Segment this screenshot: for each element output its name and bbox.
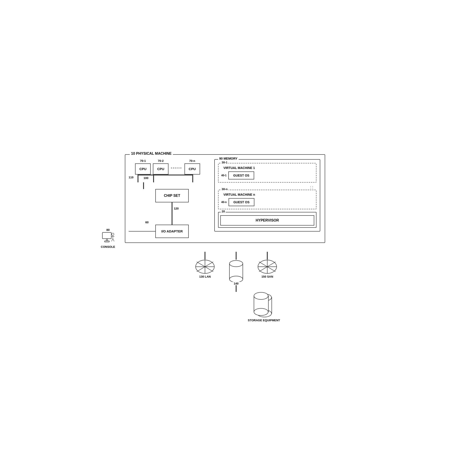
cylinder-140-icon	[228, 260, 244, 282]
io-adapter-text: I/O ADAPTER	[161, 229, 183, 233]
san-label: 150 SAN	[261, 275, 273, 278]
lan-disc-area	[195, 260, 215, 274]
guestosn-ref: 40-n	[221, 201, 227, 204]
guestos1-box: GUEST OS	[228, 172, 254, 179]
console-area: 80 CONSOLE	[101, 228, 115, 249]
cpu2-box: CPU	[153, 163, 168, 175]
cpu1-box: CPU	[135, 163, 151, 175]
guestos1-text: GUEST OS	[233, 174, 249, 177]
svg-point-26	[254, 308, 268, 315]
cpu1-text: CPU	[139, 167, 146, 171]
memory-container: 90 MEMORY 30-1 VIRTUAL MACHINE 1 40-1 GU…	[214, 159, 320, 232]
lan-item: 130 LAN	[195, 252, 215, 278]
hypervisor-ref: 20	[221, 210, 226, 213]
physical-machine-label: 10 PHYSICAL MACHINE	[130, 152, 173, 156]
ref-110-label: 110	[129, 176, 134, 179]
ref-120-label: 120	[174, 207, 179, 210]
cpu2-item: 70-2 CPU	[153, 159, 168, 175]
cpun-label: 70-n	[189, 159, 195, 162]
bus-area: 110 100	[130, 175, 205, 182]
svg-line-7	[113, 239, 114, 241]
svg-point-25	[254, 292, 268, 299]
svg-rect-2	[105, 241, 109, 242]
san-disc-area	[257, 260, 277, 274]
hypervisor-text: HYPERVISOR	[256, 218, 279, 222]
vm-dots: : :	[221, 185, 313, 189]
storage-equipment-label: STORAGE EQUIPMENT	[248, 319, 280, 322]
lan-top-connector	[205, 252, 205, 260]
memory-label: 90 MEMORY	[218, 157, 239, 160]
lan-disc-icon	[195, 260, 215, 274]
right-section: 90 MEMORY 30-1 VIRTUAL MACHINE 1 40-1 GU…	[214, 159, 320, 232]
cpu2-text: CPU	[157, 167, 164, 171]
console-label: CONSOLE	[101, 245, 115, 249]
guestosn-box: GUEST OS	[229, 198, 254, 206]
cpun-text: CPU	[189, 167, 196, 171]
vmn-title: VIRTUAL MACHINE n	[221, 193, 313, 196]
cpu2-label: 70-2	[158, 159, 164, 162]
console-connector	[129, 231, 155, 232]
san-disc-icon	[257, 260, 277, 274]
storage140-top-connector	[236, 252, 237, 260]
vm1-box: 30-1 VIRTUAL MACHINE 1 40-1 GUEST OS	[218, 163, 316, 183]
bottom-section: 130 LAN 140	[125, 252, 325, 292]
guestos1-ref: 40-1	[221, 174, 226, 177]
cpu2-connector	[153, 175, 154, 182]
guestos1-row: 40-1 GUEST OS	[221, 172, 313, 179]
bus-line	[137, 175, 193, 175]
svg-line-6	[112, 239, 113, 241]
io-connector	[172, 202, 172, 225]
chipset-text: CHIP SET	[164, 194, 180, 198]
san-item: 150 SAN	[257, 252, 277, 278]
svg-point-3	[112, 233, 114, 235]
cpu-ellipsis: ......	[171, 164, 182, 171]
physical-machine-box: 10 PHYSICAL MACHINE 70-1 CPU 70-2	[125, 154, 325, 243]
vm1-title: VIRTUAL MACHINE 1	[221, 166, 313, 170]
svg-point-14	[230, 261, 243, 267]
io-adapter-box: I/O ADAPTER	[155, 225, 189, 238]
cpun-box: CPU	[184, 163, 200, 175]
cpu-row: 70-1 CPU 70-2 CPU ...... 70-n	[135, 159, 200, 175]
guestosn-text: GUEST OS	[233, 200, 249, 204]
storage-equipment-icon	[252, 292, 276, 319]
svg-rect-0	[102, 232, 111, 239]
chipset-box: CHIP SET	[155, 189, 189, 202]
storage-140-item: 140	[228, 252, 244, 292]
ref-100-label: 100	[143, 176, 148, 180]
cpu1-label: 70-1	[140, 159, 146, 162]
lan-label: 130 LAN	[199, 275, 211, 278]
guestosn-row: 40-n GUEST OS	[221, 198, 313, 206]
svg-rect-1	[106, 239, 107, 241]
cpun-item: 70-n CPU	[184, 159, 200, 175]
vm1-label: 30-1	[221, 161, 228, 164]
vmn-box: 30-n VIRTUAL MACHINE n 40-n GUEST OS	[218, 190, 316, 209]
hypervisor-container: 20 HYPERVISOR	[218, 212, 316, 228]
io-ref-label: 60	[145, 221, 148, 224]
io-connector-area: 120	[172, 202, 172, 225]
storage-equipment-area: STORAGE EQUIPMENT	[203, 292, 325, 322]
hypervisor-box: HYPERVISOR	[220, 215, 314, 226]
vmn-label: 30-n	[221, 187, 229, 191]
diagram-container: 10 PHYSICAL MACHINE 70-1 CPU 70-2	[125, 154, 325, 322]
cpu1-item: 70-1 CPU	[135, 159, 151, 175]
io-adapter-area: 60 I/O ADAPTER	[155, 225, 189, 238]
svg-point-15	[230, 276, 243, 282]
left-section: 70-1 CPU 70-2 CPU ...... 70-n	[130, 159, 205, 238]
san-top-connector	[267, 252, 268, 260]
chipset-area: CHIP SET 120 60 I/O ADAPTER	[130, 182, 205, 238]
cpu1-connector	[137, 175, 138, 182]
chipset-top-connector	[143, 182, 144, 189]
console-icon	[101, 232, 115, 244]
console-ref: 80	[106, 228, 109, 232]
storage-down-connector	[236, 285, 237, 292]
ref-140-label: 140	[234, 282, 239, 285]
cpun-connector	[192, 175, 193, 182]
